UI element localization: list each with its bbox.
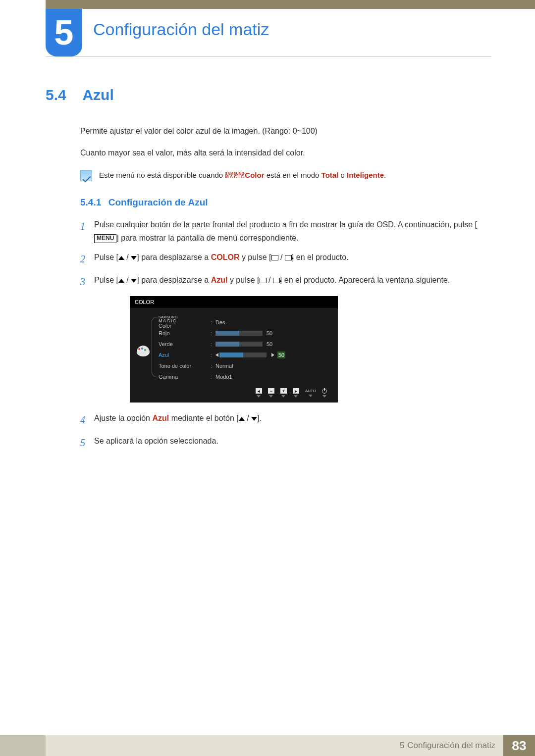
osd-slider: 50 bbox=[215, 352, 285, 358]
osd-left-pane bbox=[135, 317, 159, 382]
step-body: Pulse [ / ] para desplazarse a Azul y pu… bbox=[94, 273, 491, 290]
osd-foot-power bbox=[322, 389, 327, 398]
intro-paragraph-2: Cuanto mayor sea el valor, más alta será… bbox=[80, 148, 491, 158]
note-or: o bbox=[338, 171, 347, 179]
osd-label: Gamma bbox=[159, 374, 211, 380]
intro-paragraph-1: Permite ajustar el valor del color azul … bbox=[80, 126, 491, 137]
osd-slider: 50 bbox=[215, 330, 279, 336]
step-text: mediante el botón [ bbox=[169, 414, 239, 422]
samsung-magic-logo: SAMSUNGMAGIC bbox=[225, 172, 245, 179]
osd-colon: : bbox=[211, 341, 215, 347]
note-end: . bbox=[384, 171, 386, 179]
menu-button-label: MENU bbox=[94, 234, 116, 243]
step-text: Pulse [ bbox=[94, 253, 118, 261]
osd-row-rojo: Rojo : 50 bbox=[159, 328, 329, 339]
color-keyword: COLOR bbox=[211, 253, 240, 261]
footer-chapter-title: Configuración del matiz bbox=[407, 741, 495, 751]
step-text: y pulse [ bbox=[239, 253, 271, 261]
osd-row-verde: Verde : 50 bbox=[159, 339, 329, 350]
footer-chapter-number: 5 bbox=[400, 741, 404, 751]
plus-icon: + bbox=[280, 388, 287, 394]
osd-colon: : bbox=[211, 363, 215, 369]
steps-list: 1 Pulse cualquier botón de la parte fron… bbox=[80, 218, 491, 451]
triangle-down-icon bbox=[322, 395, 326, 398]
section-number: 5.4 bbox=[46, 87, 80, 103]
step-body: Pulse [ / ] para desplazarse a COLOR y p… bbox=[94, 251, 491, 267]
footer-accent bbox=[0, 735, 46, 756]
step-body: Se aplicará la opción seleccionada. bbox=[94, 434, 491, 451]
step-number: 5 bbox=[80, 434, 94, 451]
osd-bar bbox=[219, 353, 267, 357]
triangle-down-icon bbox=[281, 395, 285, 398]
osd-value: Modo1 bbox=[215, 374, 232, 380]
chapter-title: Configuración del matiz bbox=[93, 20, 269, 39]
mode-inteligente: Inteligente bbox=[347, 171, 384, 179]
triangle-up-icon bbox=[239, 417, 245, 421]
osd-label: Verde bbox=[159, 341, 211, 347]
note-text: Este menú no está disponible cuando SAMS… bbox=[99, 170, 386, 180]
subsection-title: Configuración de Azul bbox=[108, 197, 208, 207]
osd-title: COLOR bbox=[130, 296, 338, 308]
osd-value: Des. bbox=[215, 319, 227, 325]
back-icon: ◂ bbox=[256, 388, 262, 394]
step-4: 4 Ajuste la opción Azul mediante el botó… bbox=[80, 411, 491, 428]
chapter-underline bbox=[46, 56, 491, 57]
osd-slider: 50 bbox=[215, 341, 279, 347]
osd-colon: : bbox=[211, 319, 215, 325]
step-5: 5 Se aplicará la opción seleccionada. bbox=[80, 434, 491, 451]
step-number: 3 bbox=[80, 273, 94, 290]
note: Este menú no está disponible cuando SAMS… bbox=[80, 170, 491, 181]
osd-body: SAMSUNGMAGIC Color : Des. Rojo : 50 bbox=[130, 308, 338, 385]
osd-colon: : bbox=[211, 352, 215, 358]
subsection-heading: 5.4.1 Configuración de Azul bbox=[80, 197, 491, 208]
source-icon bbox=[260, 278, 267, 283]
subsection-number: 5.4.1 bbox=[80, 197, 101, 207]
step-body: Ajuste la opción Azul mediante el botón … bbox=[94, 411, 491, 428]
triangle-down-icon bbox=[131, 256, 137, 260]
step-text: ] para desplazarse a bbox=[137, 276, 211, 284]
osd-bracket bbox=[152, 317, 159, 377]
note-mid: está en el modo bbox=[265, 171, 321, 179]
magic-text: MAGIC bbox=[159, 319, 211, 323]
osd-label: SAMSUNGMAGIC Color bbox=[159, 316, 211, 329]
enter-icon bbox=[273, 278, 280, 283]
auto-label: AUTO bbox=[305, 389, 316, 393]
osd-foot-enter: ▸ bbox=[293, 388, 299, 398]
step-number: 4 bbox=[80, 411, 94, 428]
note-pre: Este menú no está disponible cuando bbox=[99, 171, 225, 179]
osd-row-tono: Tono de color : Normal bbox=[159, 360, 329, 371]
step-text: ] en el producto. Aparecerá la ventana s… bbox=[280, 276, 450, 284]
azul-keyword: Azul bbox=[211, 276, 228, 284]
triangle-left-icon bbox=[215, 353, 218, 357]
step-text: Ajuste la opción bbox=[94, 414, 152, 422]
triangle-down-icon bbox=[269, 395, 273, 398]
enter-icon: ▸ bbox=[293, 388, 299, 394]
osd-colon: : bbox=[211, 330, 215, 336]
note-icon bbox=[80, 170, 92, 181]
triangle-up-icon bbox=[118, 256, 124, 260]
osd-label-selected: Azul bbox=[159, 352, 211, 358]
step-text: ] para mostrar la pantalla de menú corre… bbox=[116, 234, 298, 242]
triangle-down-icon bbox=[309, 395, 313, 397]
step-text: y pulse [ bbox=[227, 276, 259, 284]
step-number: 2 bbox=[80, 251, 94, 267]
page-footer: 5 Configuración del matiz 83 bbox=[0, 735, 535, 756]
osd-value: 50 bbox=[267, 330, 279, 336]
step-3: 3 Pulse [ / ] para desplazarse a Azul y … bbox=[80, 273, 491, 290]
triangle-right-icon bbox=[271, 353, 274, 357]
osd-row-magic: SAMSUNGMAGIC Color : Des. bbox=[159, 317, 329, 328]
triangle-down-icon bbox=[257, 395, 261, 398]
minus-icon: − bbox=[268, 388, 274, 394]
section-heading: 5.4 Azul bbox=[46, 87, 491, 103]
osd-magic-suffix: Color bbox=[159, 323, 171, 329]
osd-value: 50 bbox=[267, 341, 279, 347]
osd-colon: : bbox=[211, 374, 215, 380]
step-text: ]. bbox=[257, 414, 262, 422]
osd-value-selected: 50 bbox=[277, 352, 285, 358]
osd-row-azul: Azul : 50 bbox=[159, 350, 329, 360]
osd-foot-back: ◂ bbox=[256, 388, 262, 398]
step-2: 2 Pulse [ / ] para desplazarse a COLOR y… bbox=[80, 251, 491, 267]
triangle-down-icon bbox=[251, 417, 257, 421]
step-text: Pulse [ bbox=[94, 276, 118, 284]
step-text: Pulse cualquier botón de la parte fronta… bbox=[94, 220, 477, 229]
